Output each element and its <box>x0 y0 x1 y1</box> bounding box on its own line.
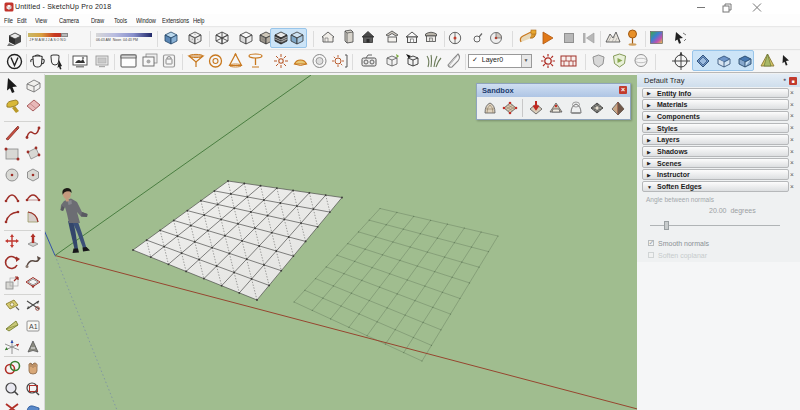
svg-text:A1: A1 <box>29 323 38 330</box>
